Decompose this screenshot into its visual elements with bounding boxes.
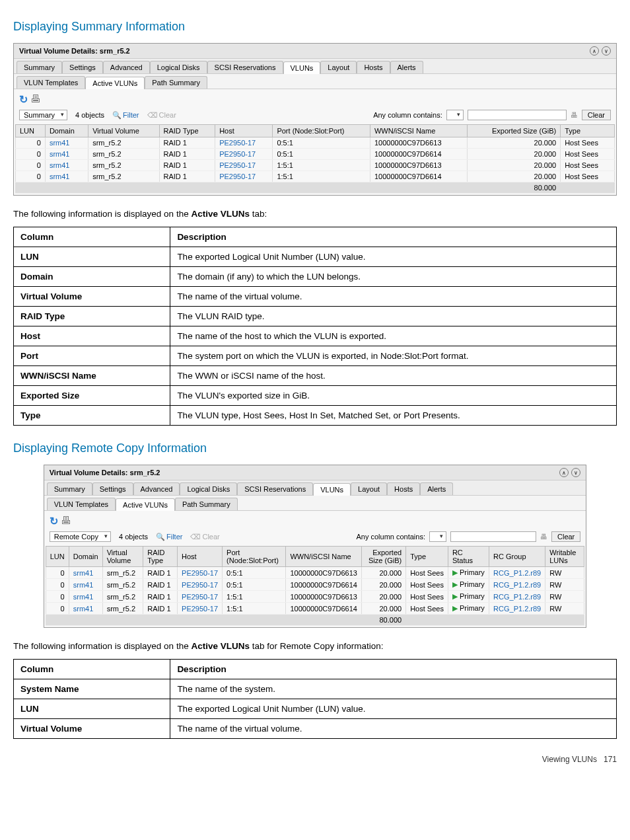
remote-copy-table: LUN Domain Virtual Volume RAID Type Host… [46, 546, 585, 626]
filter-link[interactable]: 🔍Filter [156, 533, 182, 541]
clear-button[interactable]: Clear [551, 531, 580, 542]
col-type[interactable]: Type [561, 125, 615, 137]
collapse-down-icon[interactable]: ∨ [571, 468, 580, 477]
col-port[interactable]: Port (Node:Slot:Port) [223, 547, 286, 567]
col-rc-status[interactable]: RC Status [448, 547, 489, 567]
tab-advanced[interactable]: Advanced [103, 61, 150, 73]
tab-advanced[interactable]: Advanced [133, 482, 180, 495]
column-description-table-1: Column Description LUNThe exported Logic… [13, 227, 617, 426]
doc-header-column: Column [14, 660, 170, 679]
doc-row: LUNThe exported Logical Unit Number (LUN… [14, 699, 617, 719]
tab-scsi-reservations[interactable]: SCSI Reservations [237, 482, 313, 495]
col-lun[interactable]: LUN [46, 547, 69, 567]
tab-layout[interactable]: Layout [351, 482, 387, 495]
col-virtual-volume[interactable]: Virtual Volume [88, 125, 159, 137]
report-icon[interactable]: 🖶 [61, 515, 71, 527]
doc-row: WWN/iSCSI NameThe WWN or iSCSI name of t… [14, 366, 617, 386]
col-raid-type[interactable]: RAID Type [159, 125, 215, 137]
column-description-table-2: Column Description System NameThe name o… [13, 659, 617, 739]
clear-link[interactable]: ⌫Clear [190, 533, 219, 541]
col-wwn[interactable]: WWN/iSCSI Name [286, 547, 362, 567]
col-host[interactable]: Host [178, 547, 223, 567]
col-writable-luns[interactable]: Writable LUNs [545, 547, 584, 567]
doc-row: Virtual VolumeThe name of the virtual vo… [14, 719, 617, 739]
tab-vluns[interactable]: VLUNs [283, 61, 321, 74]
refresh-icon[interactable]: ↻ [19, 93, 28, 106]
col-domain[interactable]: Domain [69, 547, 102, 567]
tab-logical-disks[interactable]: Logical Disks [150, 61, 207, 73]
table-row[interactable]: 0srm41srm_r5.2RAID 1PE2950-170:5:1100000… [16, 137, 615, 149]
clear-link[interactable]: ⌫Clear [147, 111, 176, 120]
tab-summary[interactable]: Summary [47, 482, 92, 495]
tab-scsi-reservations[interactable]: SCSI Reservations [207, 61, 283, 73]
col-host[interactable]: Host [215, 125, 273, 137]
tab-summary[interactable]: Summary [17, 61, 62, 73]
table-row[interactable]: 0srm41srm_r5.2RAID 1PE2950-170:5:1100000… [16, 149, 615, 160]
filter-icon: 🔍 [156, 533, 165, 541]
screenshot-2: Virtual Volume Details: srm_r5.2 ∧ ∨ Sum… [44, 465, 587, 628]
col-wwn[interactable]: WWN/iSCSI Name [370, 125, 467, 137]
doc-row: RAID TypeThe VLUN RAID type. [14, 307, 617, 326]
doc-row: DomainThe domain (if any) to which the L… [14, 267, 617, 287]
subtab-vlun-templates[interactable]: VLUN Templates [47, 498, 116, 510]
col-exported-size[interactable]: Exported Size (GiB) [361, 547, 405, 567]
table-row[interactable]: 0srm41srm_r5.2RAID 1PE2950-171:5:1100000… [16, 160, 615, 171]
tab-settings[interactable]: Settings [62, 61, 103, 73]
tab-layout[interactable]: Layout [320, 61, 357, 73]
table-row[interactable]: 0srm41srm_r5.2RAID 1PE2950-171:5:1100000… [16, 171, 615, 182]
doc-row: HostThe name of the host to which the VL… [14, 326, 617, 346]
col-type[interactable]: Type [406, 547, 448, 567]
table-row[interactable]: 0srm41srm_r5.2RAID 1PE2950-170:5:1100000… [46, 579, 584, 591]
printer-small-icon[interactable]: 🖶 [540, 533, 547, 541]
object-count: 4 objects [75, 111, 104, 119]
panel-title: Virtual Volume Details: srm_r5.2 [50, 469, 160, 477]
tab-logical-disks[interactable]: Logical Disks [180, 482, 237, 495]
subtab-path-summary[interactable]: Path Summary [175, 498, 238, 510]
view-dropdown[interactable]: Summary [19, 110, 67, 120]
collapse-down-icon[interactable]: ∨ [602, 46, 611, 56]
object-count: 4 objects [119, 533, 148, 541]
tab-hosts[interactable]: Hosts [387, 482, 420, 495]
table-row[interactable]: 0srm41srm_r5.2RAID 1PE2950-171:5:1100000… [46, 591, 584, 603]
doc-row: System NameThe name of the system. [14, 679, 617, 699]
report-icon[interactable]: 🖶 [30, 93, 41, 106]
eraser-icon: ⌫ [190, 533, 201, 541]
collapse-up-icon[interactable]: ∧ [559, 468, 569, 477]
view-dropdown[interactable]: Remote Copy [50, 531, 111, 542]
filter-input[interactable] [450, 531, 536, 542]
col-exported-size[interactable]: Exported Size (GiB) [467, 125, 560, 137]
col-raid-type[interactable]: RAID Type [143, 547, 178, 567]
subtab-active-vluns[interactable]: Active VLUNs [85, 77, 145, 89]
tab-alerts[interactable]: Alerts [390, 61, 423, 73]
total-size: 80.000 [361, 615, 405, 626]
collapse-up-icon[interactable]: ∧ [590, 46, 599, 56]
contains-dropdown[interactable] [429, 531, 446, 542]
filter-icon: 🔍 [112, 111, 122, 119]
subtab-active-vluns[interactable]: Active VLUNs [116, 498, 175, 511]
col-virtual-volume[interactable]: Virtual Volume [102, 547, 143, 567]
subtab-path-summary[interactable]: Path Summary [145, 76, 207, 89]
col-lun[interactable]: LUN [16, 125, 46, 137]
filter-input[interactable] [468, 110, 567, 120]
subtab-vlun-templates[interactable]: VLUN Templates [17, 76, 85, 89]
tab-vluns[interactable]: VLUNs [313, 483, 351, 496]
col-domain[interactable]: Domain [45, 125, 88, 137]
contains-dropdown[interactable] [446, 110, 464, 120]
section-heading: Displaying Summary Information [13, 20, 617, 34]
intro-text-2: The following information is displayed o… [13, 641, 617, 651]
clear-button[interactable]: Clear [582, 110, 611, 120]
tab-settings[interactable]: Settings [92, 482, 133, 495]
col-rc-group[interactable]: RC Group [489, 547, 545, 567]
refresh-icon[interactable]: ↻ [50, 515, 58, 527]
eraser-icon: ⌫ [147, 111, 158, 119]
intro-text-1: The following information is displayed o… [13, 209, 617, 219]
table-row[interactable]: 0srm41srm_r5.2RAID 1PE2950-171:5:1100000… [46, 603, 584, 615]
doc-header-column: Column [14, 227, 170, 247]
doc-header-description: Description [170, 227, 617, 247]
table-row[interactable]: 0srm41srm_r5.2RAID 1PE2950-170:5:1100000… [46, 567, 584, 579]
printer-small-icon[interactable]: 🖶 [571, 111, 578, 119]
tab-alerts[interactable]: Alerts [420, 482, 453, 495]
col-port[interactable]: Port (Node:Slot:Port) [273, 125, 370, 137]
filter-link[interactable]: 🔍Filter [112, 111, 139, 120]
tab-hosts[interactable]: Hosts [357, 61, 390, 73]
